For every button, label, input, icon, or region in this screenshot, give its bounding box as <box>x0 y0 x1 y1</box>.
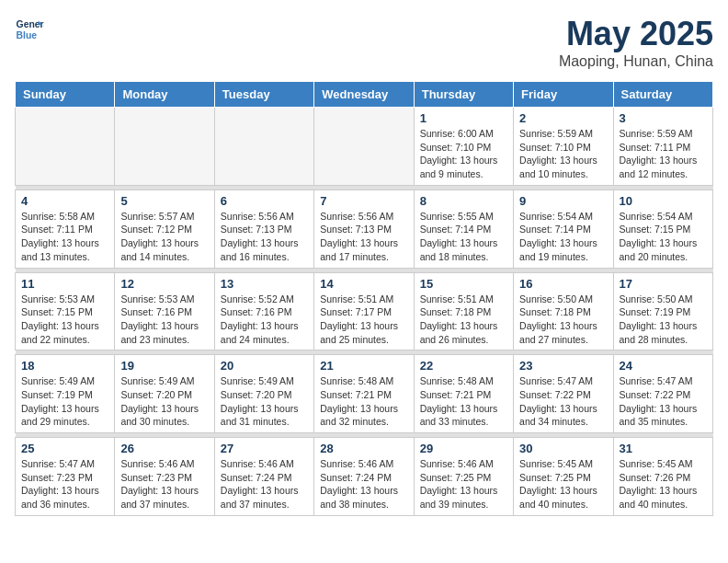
calendar-cell: 15Sunrise: 5:51 AM Sunset: 7:18 PM Dayli… <box>414 272 513 350</box>
calendar-cell: 17Sunrise: 5:50 AM Sunset: 7:19 PM Dayli… <box>613 272 712 350</box>
day-info: Sunrise: 5:53 AM Sunset: 7:15 PM Dayligh… <box>21 293 108 347</box>
day-info: Sunrise: 5:54 AM Sunset: 7:15 PM Dayligh… <box>620 210 707 264</box>
day-number: 12 <box>120 277 208 291</box>
page-header: General Blue May 2025 Maoping, Hunan, Ch… <box>15 15 713 70</box>
weekday-header-sunday: Sunday <box>16 82 115 108</box>
svg-text:Blue: Blue <box>17 30 38 40</box>
calendar-cell: 22Sunrise: 5:48 AM Sunset: 7:21 PM Dayli… <box>414 355 513 433</box>
day-info: Sunrise: 5:51 AM Sunset: 7:17 PM Dayligh… <box>320 293 407 347</box>
day-number: 20 <box>221 359 308 373</box>
calendar-week-row: 4Sunrise: 5:58 AM Sunset: 7:11 PM Daylig… <box>16 190 713 268</box>
day-info: Sunrise: 5:48 AM Sunset: 7:21 PM Dayligh… <box>420 374 507 429</box>
day-info: Sunrise: 5:47 AM Sunset: 7:23 PM Dayligh… <box>21 457 108 511</box>
calendar-cell: 11Sunrise: 5:53 AM Sunset: 7:15 PM Dayli… <box>16 272 115 350</box>
day-number: 2 <box>519 111 607 125</box>
weekday-header-saturday: Saturday <box>613 82 712 108</box>
day-info: Sunrise: 5:53 AM Sunset: 7:16 PM Dayligh… <box>120 293 208 347</box>
month-title: May 2025 <box>559 15 713 53</box>
day-info: Sunrise: 5:57 AM Sunset: 7:12 PM Dayligh… <box>120 210 208 264</box>
calendar-cell <box>16 108 115 186</box>
day-number: 3 <box>620 111 707 125</box>
day-number: 16 <box>519 277 607 291</box>
day-info: Sunrise: 5:56 AM Sunset: 7:13 PM Dayligh… <box>221 210 308 264</box>
calendar-cell: 5Sunrise: 5:57 AM Sunset: 7:12 PM Daylig… <box>115 190 214 268</box>
calendar-cell: 1Sunrise: 6:00 AM Sunset: 7:10 PM Daylig… <box>414 108 513 186</box>
day-info: Sunrise: 5:49 AM Sunset: 7:20 PM Dayligh… <box>221 374 308 429</box>
calendar-cell: 7Sunrise: 5:56 AM Sunset: 7:13 PM Daylig… <box>314 190 414 268</box>
calendar-cell: 10Sunrise: 5:54 AM Sunset: 7:15 PM Dayli… <box>613 190 712 268</box>
location: Maoping, Hunan, China <box>559 53 713 70</box>
day-number: 10 <box>620 194 707 208</box>
calendar-cell: 14Sunrise: 5:51 AM Sunset: 7:17 PM Dayli… <box>314 272 414 350</box>
weekday-header-row: SundayMondayTuesdayWednesdayThursdayFrid… <box>16 82 713 108</box>
day-info: Sunrise: 5:58 AM Sunset: 7:11 PM Dayligh… <box>21 210 108 264</box>
day-info: Sunrise: 5:47 AM Sunset: 7:22 PM Dayligh… <box>519 374 607 429</box>
calendar-cell: 3Sunrise: 5:59 AM Sunset: 7:11 PM Daylig… <box>613 108 712 186</box>
day-info: Sunrise: 6:00 AM Sunset: 7:10 PM Dayligh… <box>420 127 507 181</box>
day-number: 29 <box>420 442 507 455</box>
day-info: Sunrise: 5:46 AM Sunset: 7:23 PM Dayligh… <box>120 457 208 511</box>
calendar-cell <box>314 108 414 186</box>
calendar-week-row: 11Sunrise: 5:53 AM Sunset: 7:15 PM Dayli… <box>16 272 713 350</box>
day-info: Sunrise: 5:59 AM Sunset: 7:10 PM Dayligh… <box>519 127 607 181</box>
calendar-cell: 18Sunrise: 5:49 AM Sunset: 7:19 PM Dayli… <box>16 355 115 433</box>
calendar-cell: 26Sunrise: 5:46 AM Sunset: 7:23 PM Dayli… <box>115 438 214 516</box>
day-info: Sunrise: 5:55 AM Sunset: 7:14 PM Dayligh… <box>420 210 507 264</box>
day-number: 17 <box>620 277 707 291</box>
day-info: Sunrise: 5:49 AM Sunset: 7:19 PM Dayligh… <box>21 374 108 429</box>
calendar-cell: 8Sunrise: 5:55 AM Sunset: 7:14 PM Daylig… <box>414 190 513 268</box>
day-number: 23 <box>519 359 607 373</box>
calendar-week-row: 18Sunrise: 5:49 AM Sunset: 7:19 PM Dayli… <box>16 355 713 433</box>
day-number: 19 <box>120 359 208 373</box>
day-number: 26 <box>120 442 208 455</box>
calendar-cell: 13Sunrise: 5:52 AM Sunset: 7:16 PM Dayli… <box>214 272 313 350</box>
day-number: 8 <box>420 194 507 208</box>
weekday-header-friday: Friday <box>514 82 613 108</box>
day-info: Sunrise: 5:50 AM Sunset: 7:18 PM Dayligh… <box>519 293 607 347</box>
calendar-cell: 23Sunrise: 5:47 AM Sunset: 7:22 PM Dayli… <box>514 355 613 433</box>
calendar-cell: 2Sunrise: 5:59 AM Sunset: 7:10 PM Daylig… <box>514 108 613 186</box>
day-number: 5 <box>120 194 208 208</box>
day-info: Sunrise: 5:54 AM Sunset: 7:14 PM Dayligh… <box>519 210 607 264</box>
calendar-week-row: 1Sunrise: 6:00 AM Sunset: 7:10 PM Daylig… <box>16 108 713 186</box>
day-number: 11 <box>21 277 108 291</box>
calendar-week-row: 25Sunrise: 5:47 AM Sunset: 7:23 PM Dayli… <box>16 438 713 516</box>
day-info: Sunrise: 5:50 AM Sunset: 7:19 PM Dayligh… <box>620 293 707 347</box>
calendar-cell <box>115 108 214 186</box>
day-info: Sunrise: 5:49 AM Sunset: 7:20 PM Dayligh… <box>120 374 208 429</box>
day-number: 31 <box>620 442 707 455</box>
day-number: 6 <box>221 194 308 208</box>
day-info: Sunrise: 5:51 AM Sunset: 7:18 PM Dayligh… <box>420 293 507 347</box>
day-info: Sunrise: 5:46 AM Sunset: 7:24 PM Dayligh… <box>221 457 308 511</box>
calendar-cell: 25Sunrise: 5:47 AM Sunset: 7:23 PM Dayli… <box>16 438 115 516</box>
day-number: 4 <box>21 194 108 208</box>
day-number: 1 <box>420 111 507 125</box>
day-number: 13 <box>221 277 308 291</box>
calendar-table: SundayMondayTuesdayWednesdayThursdayFrid… <box>15 81 713 516</box>
calendar-cell <box>214 108 313 186</box>
day-info: Sunrise: 5:59 AM Sunset: 7:11 PM Dayligh… <box>620 127 707 181</box>
day-info: Sunrise: 5:45 AM Sunset: 7:25 PM Dayligh… <box>519 457 607 511</box>
calendar-cell: 9Sunrise: 5:54 AM Sunset: 7:14 PM Daylig… <box>514 190 613 268</box>
calendar-cell: 27Sunrise: 5:46 AM Sunset: 7:24 PM Dayli… <box>214 438 313 516</box>
calendar-cell: 19Sunrise: 5:49 AM Sunset: 7:20 PM Dayli… <box>115 355 214 433</box>
day-info: Sunrise: 5:46 AM Sunset: 7:25 PM Dayligh… <box>420 457 507 511</box>
day-number: 15 <box>420 277 507 291</box>
calendar-cell: 20Sunrise: 5:49 AM Sunset: 7:20 PM Dayli… <box>214 355 313 433</box>
day-number: 14 <box>320 277 407 291</box>
calendar-cell: 24Sunrise: 5:47 AM Sunset: 7:22 PM Dayli… <box>613 355 712 433</box>
weekday-header-monday: Monday <box>115 82 214 108</box>
day-number: 9 <box>519 194 607 208</box>
day-number: 21 <box>320 359 407 373</box>
day-info: Sunrise: 5:56 AM Sunset: 7:13 PM Dayligh… <box>320 210 407 264</box>
calendar-cell: 16Sunrise: 5:50 AM Sunset: 7:18 PM Dayli… <box>514 272 613 350</box>
day-info: Sunrise: 5:46 AM Sunset: 7:24 PM Dayligh… <box>320 457 407 511</box>
logo: General Blue <box>15 15 44 44</box>
weekday-header-tuesday: Tuesday <box>214 82 313 108</box>
day-number: 30 <box>519 442 607 455</box>
day-info: Sunrise: 5:47 AM Sunset: 7:22 PM Dayligh… <box>620 374 707 429</box>
day-number: 18 <box>21 359 108 373</box>
day-number: 25 <box>21 442 108 455</box>
calendar-cell: 28Sunrise: 5:46 AM Sunset: 7:24 PM Dayli… <box>314 438 414 516</box>
day-number: 28 <box>320 442 407 455</box>
